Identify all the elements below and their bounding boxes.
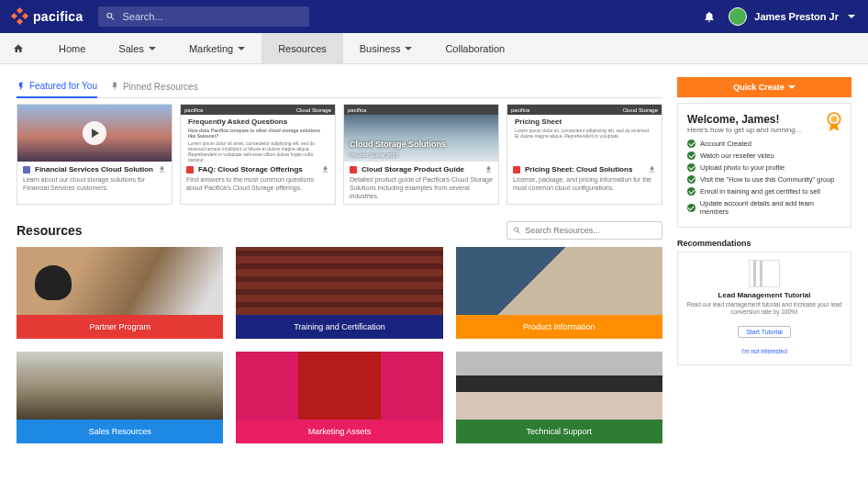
resource-image <box>17 247 223 315</box>
recommendations-heading: Recommendations <box>677 239 851 248</box>
checklist-item[interactable]: Visit the "How to use this Community" gr… <box>687 175 841 184</box>
play-icon[interactable] <box>83 121 106 145</box>
featured-card[interactable]: pacificaCloud Storage SolutionsProduct G… <box>343 104 499 205</box>
resources-header: Resources <box>17 221 662 240</box>
featured-desc: Detailed product guide of Pacifica's Clo… <box>350 175 493 200</box>
file-icon <box>350 166 357 174</box>
logo-icon <box>13 9 28 24</box>
user-avatar[interactable] <box>729 7 747 26</box>
download-icon[interactable] <box>484 165 493 174</box>
global-search[interactable] <box>98 6 309 27</box>
topbar: pacifica James Preston Jr <box>0 0 868 33</box>
featured-desc: Find answers to the most common question… <box>186 175 329 192</box>
check-icon <box>687 204 696 212</box>
chevron-down-icon <box>149 47 156 50</box>
checklist-item[interactable]: Update account details and add team memb… <box>687 199 841 216</box>
featured-meta: Pricing Sheet: Cloud SolutionsLicense, p… <box>507 162 662 196</box>
primary-nav: HomeSalesMarketingResourcesBusinessColla… <box>0 33 868 64</box>
resources-heading: Resources <box>17 223 83 238</box>
welcome-title: Welcome, James! <box>687 113 841 126</box>
featured-meta: Cloud Storage Product GuideDetailed prod… <box>344 162 498 204</box>
download-icon[interactable] <box>321 165 329 174</box>
dismiss-recommendation-link[interactable]: I'm not interested <box>741 348 787 354</box>
resource-card[interactable]: Product Information <box>456 247 662 339</box>
tab-label: Featured for You <box>29 81 97 91</box>
quick-create-button[interactable]: Quick Create <box>677 77 851 97</box>
resource-card[interactable]: Technical Support <box>456 352 662 443</box>
featured-title: Pricing Sheet: Cloud Solutions <box>525 165 632 174</box>
resource-label: Partner Program <box>17 315 223 339</box>
check-icon <box>687 187 696 196</box>
featured-thumbnail <box>17 105 172 162</box>
checklist-item[interactable]: Upload photo to your profile <box>687 163 841 172</box>
featured-title: FAQ: Cloud Storage Offerings <box>198 165 303 174</box>
featured-desc: License, package, and pricing informatio… <box>513 175 656 192</box>
check-icon <box>687 163 696 172</box>
featured-card[interactable]: pacificaCloud StorageFrequently Asked Qu… <box>180 104 336 205</box>
resource-label: Marketing Assets <box>236 420 442 443</box>
check-icon <box>687 140 696 148</box>
main-content: Featured for You Pinned Resources Financ… <box>0 64 868 456</box>
svg-point-1 <box>831 116 838 122</box>
resources-search-input[interactable] <box>525 226 656 235</box>
nav-item-resources[interactable]: Resources <box>262 33 343 63</box>
notifications-icon[interactable] <box>703 10 716 23</box>
quick-create-label: Quick Create <box>733 83 785 92</box>
user-menu-caret-icon[interactable] <box>848 15 855 18</box>
resource-label: Technical Support <box>456 420 662 443</box>
featured-card[interactable]: pacificaCloud StoragePricing SheetLorem … <box>506 104 662 205</box>
checklist-label: Upload photo to your profile <box>700 163 785 172</box>
tab-pinned-resources[interactable]: Pinned Resources <box>110 77 198 97</box>
checklist-item[interactable]: Watch our reseller video <box>687 151 841 160</box>
recommendation-title: Lead Management Tutorial <box>685 291 843 299</box>
pin-icon <box>110 82 119 91</box>
nav-item-business[interactable]: Business <box>343 33 429 63</box>
search-icon <box>106 11 116 22</box>
global-search-input[interactable] <box>122 11 301 22</box>
recommendation-thumbnail <box>749 260 780 287</box>
resource-image <box>236 352 442 420</box>
checklist-item[interactable]: Enroll in training and get certified to … <box>687 187 841 196</box>
nav-item-sales[interactable]: Sales <box>102 33 172 63</box>
tab-featured-for-you[interactable]: Featured for You <box>17 77 97 98</box>
home-icon[interactable] <box>13 43 24 54</box>
featured-card[interactable]: Financial Services Cloud SolutionLearn a… <box>17 104 172 205</box>
file-icon <box>186 166 194 174</box>
download-icon[interactable] <box>648 165 656 174</box>
ribbon-badge-icon <box>825 111 843 133</box>
featured-thumbnail: pacificaCloud StoragePricing SheetLorem … <box>507 105 662 162</box>
chevron-down-icon <box>788 85 796 89</box>
start-tutorial-button[interactable]: Start Tutorial <box>738 326 791 338</box>
featured-title: Cloud Storage Product Guide <box>362 165 464 174</box>
featured-row: Financial Services Cloud SolutionLearn a… <box>17 104 662 205</box>
lightning-icon <box>17 82 26 91</box>
nav-item-marketing[interactable]: Marketing <box>172 33 262 63</box>
resource-card[interactable]: Marketing Assets <box>236 352 442 443</box>
featured-meta: FAQ: Cloud Storage OfferingsFind answers… <box>181 162 335 196</box>
file-icon <box>23 166 30 174</box>
recommendation-card: Lead Management Tutorial Read our lead m… <box>677 252 851 365</box>
checklist-label: Account Created <box>700 140 751 148</box>
resource-card[interactable]: Training and Certification <box>236 247 442 339</box>
welcome-panel: Welcome, James! Here's how to get up and… <box>677 103 851 228</box>
resource-card[interactable]: Partner Program <box>17 247 223 339</box>
featured-meta: Financial Services Cloud SolutionLearn a… <box>17 162 172 196</box>
right-sidebar: Quick Create Welcome, James! Here's how … <box>677 77 851 443</box>
recommendations-panel: Recommendations Lead Management Tutorial… <box>677 239 851 365</box>
nav-item-home[interactable]: Home <box>42 33 102 63</box>
check-icon <box>687 175 696 184</box>
checklist-item[interactable]: Account Created <box>687 140 841 148</box>
checklist-label: Visit the "How to use this Community" gr… <box>700 175 835 184</box>
nav-item-collaboration[interactable]: Collaboration <box>428 33 521 63</box>
resources-search[interactable] <box>506 221 662 240</box>
file-icon <box>513 166 520 174</box>
user-name[interactable]: James Preston Jr <box>754 11 839 22</box>
resource-label: Product Information <box>456 315 662 339</box>
checklist-label: Enroll in training and get certified to … <box>700 187 820 196</box>
chevron-down-icon <box>238 47 245 50</box>
resource-card[interactable]: Sales Resources <box>17 352 223 443</box>
download-icon[interactable] <box>158 165 166 174</box>
brand-name: pacifica <box>33 9 83 24</box>
checklist-label: Update account details and add team memb… <box>700 199 841 216</box>
checklist-label: Watch our reseller video <box>700 151 774 160</box>
